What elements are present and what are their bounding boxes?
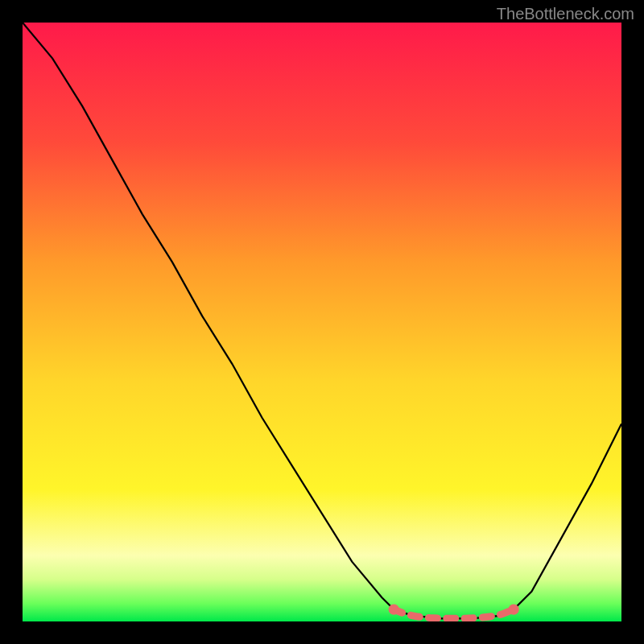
gradient-background bbox=[23, 23, 621, 621]
svg-rect-0 bbox=[23, 23, 621, 621]
plot-area bbox=[23, 23, 621, 621]
watermark-text: TheBottleneck.com bbox=[497, 5, 634, 23]
